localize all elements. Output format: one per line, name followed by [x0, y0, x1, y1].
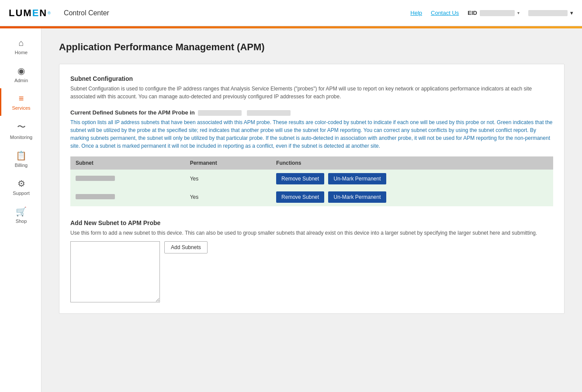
- sidebar: ⌂ Home ◉ Admin ≡ Services 〜 Monitoring 📋…: [0, 28, 42, 392]
- user-value: [528, 10, 568, 16]
- subnet-cell-2: [70, 188, 185, 206]
- table-header-subnet: Subnet: [70, 156, 185, 170]
- sidebar-item-support[interactable]: ⚙ Support: [0, 173, 41, 201]
- sidebar-label-monitoring: Monitoring: [10, 135, 32, 140]
- subnet-config-section: Subnet Configuration Subnet Configuratio…: [70, 75, 553, 101]
- subnet-config-desc: Subnet Configuration is used to configur…: [70, 85, 553, 101]
- add-subnets-button[interactable]: Add Subnets: [164, 241, 208, 253]
- add-subnet-desc: Use this form to add a new subnet to thi…: [70, 229, 553, 237]
- sidebar-label-billing: Billing: [15, 163, 28, 168]
- unmark-permanent-btn-1[interactable]: Un-Mark Permanent: [328, 173, 386, 184]
- table-row: Yes Remove Subnet Un-Mark Permanent: [70, 170, 553, 188]
- support-icon: ⚙: [17, 178, 25, 189]
- logo-accent: E: [32, 7, 40, 18]
- logo-trademark: ®: [48, 11, 51, 15]
- subnet-cell-1: [70, 170, 185, 188]
- subnet-value-blur-2: [76, 194, 115, 199]
- logo-text: LUMEN: [9, 7, 47, 19]
- sidebar-label-home: Home: [15, 50, 28, 55]
- remove-subnet-btn-1[interactable]: Remove Subnet: [276, 173, 324, 184]
- remove-subnet-btn-2[interactable]: Remove Subnet: [276, 191, 324, 203]
- add-subnet-section: Add New Subnet to APM Probe Use this for…: [70, 219, 553, 302]
- main-card: Subnet Configuration Subnet Configuratio…: [59, 64, 565, 314]
- functions-cell-2: Remove Subnet Un-Mark Permanent: [271, 188, 553, 206]
- add-subnet-title: Add New Subnet to APM Probe: [70, 219, 553, 226]
- sidebar-item-shop[interactable]: 🛒 Shop: [0, 201, 41, 229]
- probe-desc: This option lists all IP address subnets…: [70, 118, 553, 150]
- eid-label: EID: [468, 10, 477, 16]
- shop-icon: 🛒: [16, 206, 27, 217]
- unmark-permanent-btn-2[interactable]: Un-Mark Permanent: [328, 191, 386, 203]
- functions-cell-1: Remove Subnet Un-Mark Permanent: [271, 170, 553, 188]
- contact-link[interactable]: Contact Us: [431, 10, 459, 16]
- permanent-cell-2: Yes: [185, 188, 271, 206]
- sidebar-label-shop: Shop: [16, 219, 27, 224]
- probe-title: Current Defined Subnets for the APM Prob…: [70, 109, 553, 116]
- add-subnet-form: Add Subnets: [70, 241, 553, 302]
- sidebar-item-billing[interactable]: 📋 Billing: [0, 145, 41, 173]
- sidebar-label-admin: Admin: [14, 78, 28, 83]
- sidebar-item-services[interactable]: ≡ Services: [0, 88, 41, 116]
- probe-name-blur-1: [198, 110, 242, 116]
- sidebar-item-admin[interactable]: ◉ Admin: [0, 60, 41, 88]
- content-area: Application Performance Management (APM)…: [42, 28, 582, 392]
- user-chevron[interactable]: ▾: [570, 10, 573, 16]
- subnet-value-blur-1: [76, 176, 115, 181]
- billing-icon: 📋: [16, 150, 27, 161]
- admin-icon: ◉: [17, 66, 25, 76]
- probe-name-blur-2: [247, 110, 291, 116]
- probe-section: Current Defined Subnets for the APM Prob…: [70, 109, 553, 206]
- probe-title-text: Current Defined Subnets for the APM Prob…: [70, 109, 195, 116]
- home-icon: ⌂: [18, 38, 24, 48]
- table-row: Yes Remove Subnet Un-Mark Permanent: [70, 188, 553, 206]
- header-title: Control Center: [64, 9, 109, 17]
- table-header-functions: Functions: [271, 156, 553, 170]
- permanent-cell-1: Yes: [185, 170, 271, 188]
- help-link[interactable]: Help: [410, 10, 422, 16]
- eid-section: EID ▾: [468, 10, 520, 16]
- header-nav: Help Contact Us EID ▾ ▾: [410, 10, 573, 16]
- eid-chevron[interactable]: ▾: [517, 10, 520, 15]
- sidebar-item-monitoring[interactable]: 〜 Monitoring: [0, 116, 41, 145]
- subnet-config-title: Subnet Configuration: [70, 75, 553, 82]
- sidebar-item-home[interactable]: ⌂ Home: [0, 33, 41, 60]
- subnet-textarea[interactable]: [70, 241, 160, 302]
- table-header-permanent: Permanent: [185, 156, 271, 170]
- sidebar-label-services: Services: [12, 105, 30, 111]
- sidebar-label-support: Support: [13, 191, 30, 196]
- user-section: ▾: [528, 10, 573, 16]
- header: LUMEN ® Control Center Help Contact Us E…: [0, 0, 582, 26]
- subnet-table: Subnet Permanent Functions Yes R: [70, 156, 553, 206]
- eid-value: [480, 10, 515, 16]
- logo: LUMEN ®: [9, 7, 51, 19]
- services-icon: ≡: [19, 94, 24, 104]
- page-title: Application Performance Management (APM): [59, 42, 565, 53]
- main-layout: ⌂ Home ◉ Admin ≡ Services 〜 Monitoring 📋…: [0, 28, 582, 392]
- monitoring-icon: 〜: [17, 121, 26, 133]
